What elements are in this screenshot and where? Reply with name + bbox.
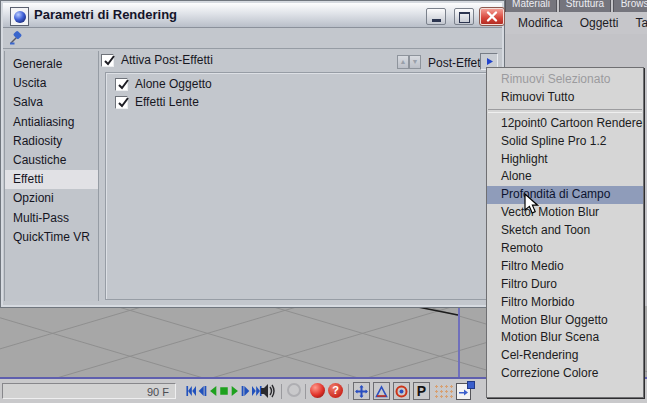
help-icon[interactable]: ? xyxy=(328,383,343,398)
sidebar-item-radiosity[interactable]: Radiosity xyxy=(5,132,98,151)
minimize-icon xyxy=(432,19,441,22)
minimize-button[interactable] xyxy=(426,8,446,25)
speaker-icon[interactable] xyxy=(260,383,278,399)
effect-row: Alone Oggetto xyxy=(115,77,212,91)
menu-item-cartoon-renderer[interactable]: 12point0 Cartoon Renderer xyxy=(487,115,643,133)
maximize-button[interactable] xyxy=(454,8,474,25)
sidebar-item-caustiche[interactable]: Caustiche xyxy=(5,151,98,170)
sidebar-item-effetti[interactable]: Effetti xyxy=(5,170,98,189)
sidebar-item-multipass[interactable]: Multi-Pass xyxy=(5,209,98,228)
menu-item-highlight[interactable]: Highlight xyxy=(487,151,643,169)
maximize-icon xyxy=(459,12,470,23)
play-backward-icon[interactable] xyxy=(208,384,218,398)
effect-row: Effetti Lente xyxy=(115,95,199,109)
menu-tag[interactable]: Tag xyxy=(635,16,647,30)
pin-icon[interactable] xyxy=(8,30,24,46)
badge-icon xyxy=(467,381,475,389)
mesh-edge-line xyxy=(418,307,458,315)
menu-item-vector-motion-blur[interactable]: Vector Motion Blur xyxy=(487,204,643,222)
menu-item-correzione-colore[interactable]: Correzione Colore xyxy=(487,365,643,383)
activate-posteffects-row: Attiva Post-Effetti xyxy=(101,53,213,67)
sidebar-item-salva[interactable]: Salva xyxy=(5,93,98,112)
record-keyframe-icon[interactable] xyxy=(310,383,325,398)
menu-item-filtro-duro[interactable]: Filtro Duro xyxy=(487,276,643,294)
checkbox-checked[interactable] xyxy=(115,78,128,91)
render-settings-dialog: Parametri di Rendering Generale Uscita S… xyxy=(0,0,505,308)
previous-frame-icon[interactable] xyxy=(197,384,207,398)
keyframe-position-icon[interactable] xyxy=(353,382,370,400)
sidebar-item-opzioni[interactable]: Opzioni xyxy=(5,189,98,208)
dialog-title: Parametri di Rendering xyxy=(34,7,177,22)
effect-label: Effetti Lente xyxy=(135,95,199,109)
menu-item-filtro-morbido[interactable]: Filtro Morbido xyxy=(487,294,643,312)
checkbox-checked[interactable] xyxy=(115,96,128,109)
panel-menubar: Modifica Oggetti Tag xyxy=(503,12,647,34)
frame-counter-field[interactable]: 90 F xyxy=(2,383,176,399)
sidebar-item-antialiasing[interactable]: Antialiasing xyxy=(5,113,98,132)
stop-icon[interactable] xyxy=(219,384,229,398)
dialog-toolbar xyxy=(3,28,502,48)
effect-label: Alone Oggetto xyxy=(135,77,212,91)
menu-oggetti[interactable]: Oggetti xyxy=(580,16,619,30)
chevron-down-icon[interactable]: ▼ xyxy=(409,55,421,69)
render-sphere-icon xyxy=(10,7,29,26)
keyframe-parameter-icon[interactable]: P xyxy=(413,382,430,400)
sidebar-item-quicktimevr[interactable]: QuickTime VR xyxy=(5,228,98,247)
menu-item-motion-blur-oggetto[interactable]: Motion Blur Oggetto xyxy=(487,312,643,330)
triangle-right-icon xyxy=(485,57,494,66)
posteffects-context-menu: Rimuovi Selezionato Rimuovi Tutto 12poin… xyxy=(486,67,644,398)
posteffects-label: Post-Effetti xyxy=(428,56,486,70)
transport-controls xyxy=(186,384,262,398)
app-screen: Materiali Struttura Browser Modifica Ogg… xyxy=(0,0,647,403)
menu-item-remoto[interactable]: Remoto xyxy=(487,240,643,258)
close-icon xyxy=(484,10,506,25)
tab-materiali[interactable]: Materiali xyxy=(505,0,557,12)
settings-sidebar: Generale Uscita Salva Antialiasing Radio… xyxy=(4,51,99,301)
mouse-cursor-icon xyxy=(524,193,540,215)
menu-modifica[interactable]: Modifica xyxy=(518,16,563,30)
menu-item-solid-spline[interactable]: Solid Spline Pro 1.2 xyxy=(487,133,643,151)
sidebar-item-uscita[interactable]: Uscita xyxy=(5,74,98,93)
keyframe-rotation-icon[interactable] xyxy=(393,382,410,400)
activate-posteffects-label: Attiva Post-Effetti xyxy=(121,53,213,67)
menu-item-sketch-and-toon[interactable]: Sketch and Toon xyxy=(487,222,643,240)
dialog-titlebar[interactable]: Parametri di Rendering xyxy=(3,3,502,28)
keyframe-scale-icon[interactable] xyxy=(373,382,390,400)
play-forward-icon[interactable] xyxy=(230,384,240,398)
tab-struttura[interactable]: Struttura xyxy=(559,0,611,12)
divider xyxy=(281,384,282,399)
next-frame-icon[interactable] xyxy=(241,384,251,398)
go-to-start-icon[interactable] xyxy=(186,384,196,398)
panel-tabs: Materiali Struttura Browser xyxy=(505,0,647,12)
menu-item-rimuovi-tutto[interactable]: Rimuovi Tutto xyxy=(487,89,643,107)
menu-item-filtro-medio[interactable]: Filtro Medio xyxy=(487,258,643,276)
menu-item-alone[interactable]: Alone xyxy=(487,168,643,186)
menu-item-cel-rendering[interactable]: Cel-Rendering xyxy=(487,347,643,365)
sidebar-item-generale[interactable]: Generale xyxy=(5,55,98,74)
menu-item-motion-blur-scena[interactable]: Motion Blur Scena xyxy=(487,329,643,347)
checkbox-checked[interactable] xyxy=(101,54,114,67)
close-button[interactable] xyxy=(480,8,504,25)
chevron-up-icon[interactable]: ▲ xyxy=(397,55,409,69)
autokey-circle-icon[interactable] xyxy=(287,383,301,397)
dots-grid-icon xyxy=(434,384,454,399)
menu-item-rimuovi-selezionato: Rimuovi Selezionato xyxy=(487,71,643,89)
menu-separator xyxy=(488,109,642,113)
menu-item-profondita-di-campo[interactable]: Profondità di Campo xyxy=(487,186,643,204)
tab-browser[interactable]: Browser xyxy=(613,0,647,12)
divider xyxy=(305,384,306,399)
divider xyxy=(348,384,349,399)
